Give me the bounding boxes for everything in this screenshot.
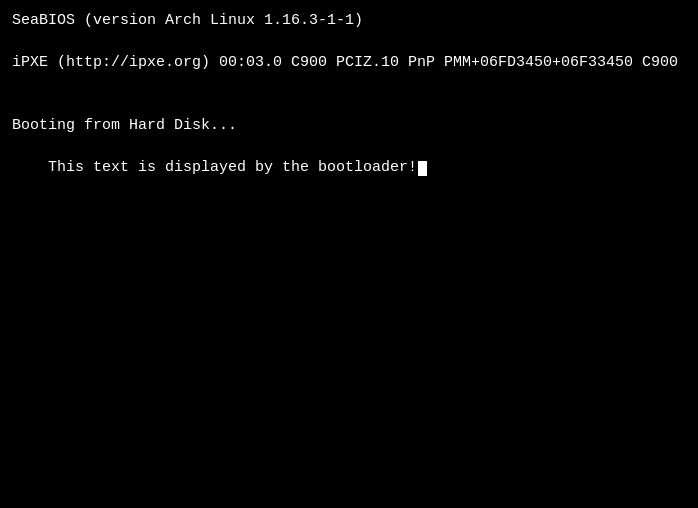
cursor-blink bbox=[418, 161, 427, 176]
empty-line-2 bbox=[12, 73, 686, 94]
terminal-screen: SeaBIOS (version Arch Linux 1.16.3-1-1) … bbox=[0, 0, 698, 508]
empty-line-1 bbox=[12, 31, 686, 52]
bootloader-line: This text is displayed by the bootloader… bbox=[12, 136, 686, 199]
ipxe-line: iPXE (http://ipxe.org) 00:03.0 C900 PCIZ… bbox=[12, 52, 686, 73]
boot-line: Booting from Hard Disk... bbox=[12, 115, 686, 136]
bios-line: SeaBIOS (version Arch Linux 1.16.3-1-1) bbox=[12, 10, 686, 31]
empty-line-3 bbox=[12, 94, 686, 115]
